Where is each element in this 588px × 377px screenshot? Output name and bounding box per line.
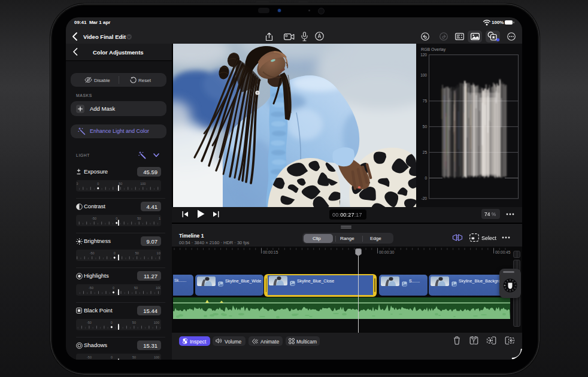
svg-text:0: 0 <box>116 217 117 220</box>
svg-text:00:00:15: 00:00:15 <box>263 250 278 254</box>
svg-text:0: 0 <box>114 251 116 255</box>
svg-text:25: 25 <box>423 150 428 154</box>
svg-text:50: 50 <box>423 124 428 129</box>
svg-text:50: 50 <box>134 286 138 290</box>
svg-text:100: 100 <box>420 73 427 77</box>
svg-text:50: 50 <box>132 355 136 359</box>
svg-text:50: 50 <box>119 182 122 186</box>
svg-text:00:00:30: 00:00:30 <box>379 250 395 254</box>
svg-text:0: 0 <box>111 355 113 359</box>
svg-text:100: 100 <box>154 355 159 359</box>
svg-text:0: 0 <box>425 176 427 180</box>
svg-text:100: 100 <box>154 321 159 324</box>
svg-text:0: 0 <box>113 286 114 290</box>
svg-text:100: 100 <box>140 182 146 186</box>
svg-text:-50: -50 <box>92 217 96 220</box>
svg-text:100: 100 <box>156 286 161 290</box>
svg-text:50: 50 <box>132 321 136 324</box>
svg-text:-50: -50 <box>90 251 95 255</box>
svg-text:00:00:45: 00:00:45 <box>495 250 511 254</box>
svg-text:-50: -50 <box>89 286 93 290</box>
svg-text:0: 0 <box>97 182 99 186</box>
svg-text:50: 50 <box>135 251 139 255</box>
svg-text:-20: -20 <box>422 196 428 200</box>
svg-text:-50: -50 <box>87 355 92 359</box>
svg-text:0: 0 <box>111 321 113 324</box>
svg-text:-50: -50 <box>87 321 92 324</box>
svg-text:120: 120 <box>420 53 427 57</box>
svg-text:75: 75 <box>423 99 428 103</box>
svg-text:50: 50 <box>137 217 141 220</box>
